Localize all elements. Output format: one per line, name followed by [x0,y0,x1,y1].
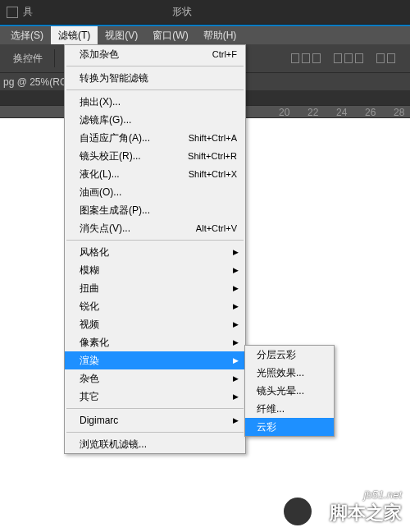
menu-item-stylize[interactable]: 风格化▶ [65,243,245,261]
filter-menu-dropdown: 添加杂色Ctrl+F 转换为智能滤镜 抽出(X)... 滤镜库(G)... 自适… [64,44,246,454]
menu-separator [66,66,244,66]
submenu-arrow-icon: ▶ [233,266,239,274]
align-icons [291,53,395,63]
menu-item-adaptive-wide-angle[interactable]: 自适应广角(A)...Shift+Ctrl+A [65,129,245,147]
align-group-3[interactable] [376,53,395,63]
submenu-arrow-icon: ▶ [233,374,239,383]
separator [54,49,55,67]
menu-item-sharpen[interactable]: 锐化▶ [65,297,245,315]
menu-item-pixelate[interactable]: 像素化▶ [65,333,245,351]
menu-item-vanishing-point[interactable]: 消失点(V)...Alt+Ctrl+V [65,219,245,237]
menu-item-noise[interactable]: 杂色▶ [65,369,245,388]
swap-controls-label[interactable]: 换控件 [7,52,49,66]
ruler-tick: 26 [365,107,376,118]
menu-item-extract[interactable]: 抽出(X)... [65,93,245,111]
menu-item-digimarc[interactable]: Digimarc▶ [65,411,245,429]
menu-item-liquify[interactable]: 液化(L)...Shift+Ctrl+X [65,165,245,183]
menu-separator [66,240,244,241]
submenu-arrow-icon: ▶ [233,416,239,424]
submenu-arrow-icon: ▶ [233,302,239,310]
submenu-item-fibers[interactable]: 纤维... [245,400,334,418]
submenu-arrow-icon: ▶ [233,320,239,328]
menu-help[interactable]: 帮助(H) [196,26,244,45]
submenu-arrow-icon: ▶ [233,392,239,401]
render-submenu: 分层云彩 光照效果... 镜头光晕... 纤维... 云彩 [244,345,335,437]
menu-separator [66,89,244,90]
menu-item-render[interactable]: 渲染▶ [65,351,245,369]
menu-separator [66,408,244,409]
submenu-arrow-icon: ▶ [233,284,239,292]
menu-item-blur[interactable]: 模糊▶ [65,261,245,279]
ruler-tick: 22 [308,107,318,118]
title-strip: 具 形状 [0,0,410,25]
menu-item-lens-correction[interactable]: 镜头校正(R)...Shift+Ctrl+R [65,147,245,165]
ruler-tick: 20 [279,107,289,118]
menu-item-smart-filter[interactable]: 转换为智能滤镜 [65,69,245,87]
menu-item-other[interactable]: 其它▶ [65,388,245,406]
menu-item-add-noise[interactable]: 添加杂色Ctrl+F [65,45,245,63]
menu-item-distort[interactable]: 扭曲▶ [65,279,245,297]
watermark-name: 脚本之家 [330,501,402,525]
ruler-tick: 24 [336,107,347,118]
shortcut: Shift+Ctrl+A [189,133,237,143]
tool-icon [7,7,18,18]
menu-item-browse-online[interactable]: 浏览联机滤镜... [65,435,245,453]
menu-window[interactable]: 窗口(W) [145,26,195,45]
submenu-item-difference-clouds[interactable]: 分层云彩 [245,346,334,364]
menu-filter[interactable]: 滤镜(T) [51,26,98,45]
align-group-1[interactable] [291,53,321,63]
shape-label: 形状 [172,5,192,19]
shortcut: Shift+Ctrl+R [188,151,237,161]
menu-item-filter-gallery[interactable]: 滤镜库(G)... [65,111,245,129]
shortcut: Shift+Ctrl+X [189,169,237,179]
ruler-tick: 28 [394,107,404,118]
watermark: jb51.net 脚本之家 [330,488,402,525]
submenu-arrow-icon: ▶ [233,356,239,365]
align-group-2[interactable] [334,53,363,63]
tool-label: 具 [23,5,33,19]
menu-bar: 选择(S) 滤镜(T) 视图(V) 窗口(W) 帮助(H) [0,26,410,44]
submenu-arrow-icon: ▶ [233,248,239,256]
watermark-url: jb51.net [330,488,402,501]
menu-item-video[interactable]: 视频▶ [65,315,245,333]
watermark-logo-icon [284,498,312,525]
shortcut: Ctrl+F [212,49,237,59]
menu-separator [66,432,244,433]
submenu-arrow-icon: ▶ [233,338,239,346]
menu-item-pattern-maker[interactable]: 图案生成器(P)... [65,201,245,219]
shortcut: Alt+Ctrl+V [196,223,237,233]
submenu-item-lens-flare[interactable]: 镜头光晕... [245,382,334,400]
menu-view[interactable]: 视图(V) [98,26,145,45]
menu-item-oil-paint[interactable]: 油画(O)... [65,183,245,201]
submenu-item-clouds[interactable]: 云彩 [245,418,334,436]
submenu-item-lighting-effects[interactable]: 光照效果... [245,364,334,382]
menu-select[interactable]: 选择(S) [3,26,51,45]
